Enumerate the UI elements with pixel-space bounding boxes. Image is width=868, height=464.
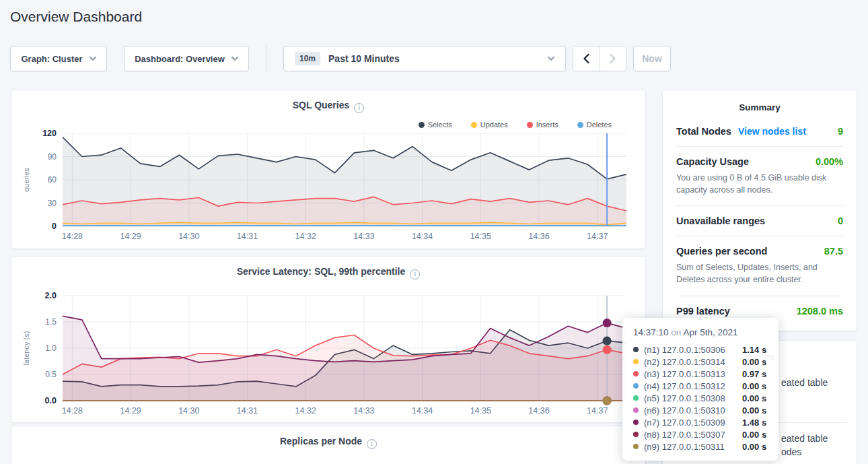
tooltip-node-row: (n3) 127.0.0.1:503130.97 s [632, 368, 769, 380]
dashboard-dropdown-label: Dashboard: Overview [135, 54, 225, 64]
tooltip-node-value: 0.00 s [742, 405, 766, 416]
svg-text:14:37: 14:37 [587, 232, 608, 241]
summary-row-qps: Queries per second 87.5 [676, 246, 843, 257]
unavailable-ranges-value: 0 [838, 216, 843, 226]
total-nodes-value: 9 [838, 126, 843, 137]
summary-row-capacity: Capacity Usage 0.00% [676, 156, 843, 167]
capacity-usage-caption: You are using 0 B of 4.5 GiB usable disk… [676, 172, 843, 196]
tooltip-node-label: (n1) 127.0.0.1:50306 [644, 345, 742, 355]
summary-row-total-nodes: Total Nodes View nodes list 9 [676, 126, 843, 137]
legend-dot [419, 122, 425, 128]
graph-dropdown[interactable]: Graph: Cluster [10, 46, 107, 71]
summary-divider [676, 205, 843, 206]
tooltip-timestamp: 14:37:10 on Apr 5th, 2021 [633, 327, 769, 337]
info-icon[interactable]: i [410, 269, 420, 279]
svg-text:14:35: 14:35 [470, 406, 491, 416]
series-dot [633, 395, 639, 401]
tooltip-node-row: (n2) 127.0.0.1:503140.00 s [632, 356, 769, 368]
svg-text:2.0: 2.0 [45, 291, 57, 300]
svg-text:14:34: 14:34 [412, 232, 433, 241]
info-icon[interactable]: i [354, 103, 364, 113]
page-title: Overview Dashboard [10, 9, 142, 25]
chevron-left-icon [583, 53, 590, 64]
tooltip-node-label: (n6) 127.0.0.1:50310 [644, 405, 742, 416]
dashboard-dropdown[interactable]: Dashboard: Overview [124, 46, 249, 71]
summary-divider [676, 296, 843, 296]
svg-text:1.5: 1.5 [45, 317, 57, 327]
tooltip-node-label: (n5) 127.0.0.1:50308 [644, 393, 742, 403]
time-range-label: Past 10 Minutes [328, 53, 400, 64]
view-nodes-list-link[interactable]: View nodes list [738, 126, 806, 137]
replicas-per-node-card: Replicas per Nodei [11, 426, 646, 464]
svg-text:14:35: 14:35 [470, 232, 491, 241]
svg-text:latency (s): latency (s) [22, 331, 30, 366]
chevron-down-icon [231, 57, 238, 61]
svg-text:14:37: 14:37 [587, 406, 608, 416]
toolbar-divider [266, 46, 266, 71]
svg-text:14:33: 14:33 [353, 232, 374, 241]
tooltip-node-label: (n2) 127.0.0.1:50314 [644, 357, 742, 367]
queries-per-second-caption: Sum of Selects, Updates, Inserts, and De… [676, 261, 843, 286]
svg-text:14:36: 14:36 [528, 232, 549, 241]
series-dot [633, 371, 639, 376]
service-latency-title: Service Latency: SQL, 99th percentilei [11, 257, 645, 279]
overview-dashboard-page: Overview Dashboard Graph: Cluster Dashbo… [0, 0, 868, 464]
event-row-text: eated table [781, 433, 828, 444]
svg-text:120: 120 [42, 129, 57, 138]
series-dot [633, 407, 639, 413]
svg-text:30: 30 [48, 199, 57, 208]
svg-text:14:31: 14:31 [237, 232, 258, 241]
service-latency-chart[interactable]: 0.00.51.01.52.014:2814:2914:3014:3114:32… [20, 290, 637, 418]
tooltip-node-label: (n9) 127.0.0.1:50311 [644, 442, 742, 452]
series-dot [633, 347, 639, 352]
svg-text:14:28: 14:28 [62, 406, 83, 416]
tooltip-node-row: (n1) 127.0.0.1:503061.14 s [632, 343, 769, 356]
svg-text:queries: queries [22, 167, 30, 192]
chevron-down-icon [548, 57, 554, 61]
series-dot [633, 444, 639, 449]
svg-text:14:36: 14:36 [528, 406, 549, 416]
summary-divider [676, 236, 843, 236]
time-range-dropdown[interactable]: 10m Past 10 Minutes [283, 46, 566, 71]
p99-latency-value: 1208.0 ms [797, 306, 843, 317]
legend-dot [527, 122, 533, 128]
svg-text:60: 60 [48, 175, 57, 185]
next-range-button[interactable] [600, 46, 626, 71]
series-dot [633, 432, 639, 437]
now-button[interactable]: Now [633, 46, 671, 71]
sql-queries-title: SQL Queriesi [11, 90, 645, 113]
time-range-badge: 10m [295, 52, 320, 65]
series-dot [633, 383, 639, 389]
tooltip-node-value: 0.00 s [742, 430, 766, 440]
svg-text:14:31: 14:31 [237, 406, 258, 416]
summary-divider [676, 146, 843, 147]
svg-text:0.5: 0.5 [45, 370, 57, 379]
svg-text:14:29: 14:29 [120, 406, 141, 416]
tooltip-node-row: (n4) 127.0.0.1:503120.00 s [632, 380, 769, 392]
svg-text:14:30: 14:30 [178, 406, 199, 416]
legend-dot [471, 122, 477, 128]
tooltip-node-value: 1.48 s [742, 418, 766, 428]
sql-queries-chart[interactable]: 030609012014:2814:2914:3014:3114:3214:33… [20, 128, 637, 244]
svg-text:14:32: 14:32 [295, 232, 316, 241]
prev-range-button[interactable] [573, 46, 600, 71]
series-dot [633, 359, 639, 364]
svg-text:0: 0 [52, 222, 57, 231]
chart-hover-tooltip: 14:37:10 on Apr 5th, 2021 (n1) 127.0.0.1… [622, 318, 779, 461]
queries-per-second-label: Queries per second [676, 246, 767, 257]
tooltip-node-value: 0.00 s [742, 442, 766, 452]
svg-text:14:29: 14:29 [120, 232, 141, 241]
graph-dropdown-label: Graph: Cluster [21, 54, 82, 64]
capacity-usage-value: 0.00% [816, 156, 843, 167]
capacity-usage-label: Capacity Usage [676, 156, 749, 167]
tooltip-node-row: (n7) 127.0.0.1:503091.48 s [632, 416, 769, 428]
total-nodes-label: Total Nodes [676, 126, 731, 137]
info-icon[interactable]: i [367, 439, 377, 449]
queries-per-second-value: 87.5 [824, 246, 843, 257]
sql-queries-card: SQL Queriesi SelectsUpdatesInsertsDelete… [11, 90, 646, 249]
tooltip-node-value: 0.00 s [742, 381, 766, 391]
svg-text:14:30: 14:30 [178, 232, 199, 241]
svg-text:14:32: 14:32 [295, 406, 316, 416]
chevron-down-icon [89, 57, 96, 61]
tooltip-node-row: (n6) 127.0.0.1:503100.00 s [632, 404, 769, 416]
